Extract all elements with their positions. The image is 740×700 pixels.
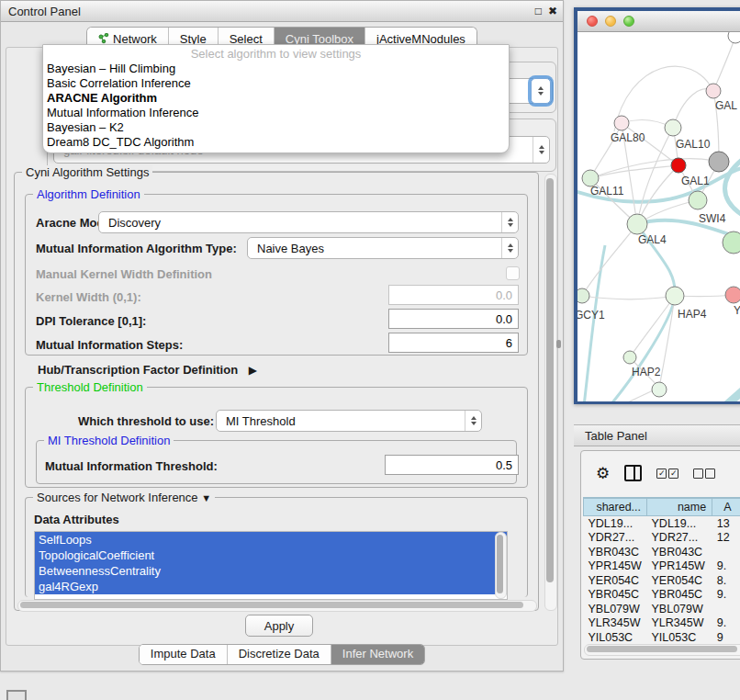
- data-attributes-list[interactable]: SelfLoops TopologicalCoefficient Between…: [34, 531, 508, 600]
- dropdown-placeholder: Select algorithm to view settings: [43, 47, 509, 62]
- scrollbar-thumb[interactable]: [546, 178, 554, 582]
- scrollbar-thumb[interactable]: [497, 535, 503, 593]
- data-attributes-label: Data Attributes: [34, 513, 119, 526]
- dropdown-item[interactable]: Mutual Information Inference: [43, 106, 509, 120]
- dropdown-item[interactable]: Basic Correlation Inference: [43, 76, 509, 91]
- up-arrow-icon: [539, 145, 544, 149]
- scrollbar-thumb[interactable]: [20, 602, 523, 608]
- table-row[interactable]: YBR043CYBR043C: [584, 545, 740, 559]
- node-mid[interactable]: [689, 191, 707, 209]
- cyni-bottom-tabbar: Impute Data Discretize Data Infer Networ…: [1, 644, 563, 665]
- node-swi4[interactable]: [723, 231, 740, 254]
- table-row[interactable]: YBL079WYBL079W: [584, 602, 740, 616]
- settings-vertical-scrollbar[interactable]: [544, 174, 557, 611]
- zoom-button[interactable]: [623, 16, 634, 27]
- tab-impute-data[interactable]: Impute Data: [140, 645, 228, 664]
- table-horizontal-scrollbar[interactable]: [584, 644, 740, 656]
- node-label: GAL80: [611, 131, 645, 144]
- network-canvas[interactable]: GAL GAL80 GAL10 GAL1 GAL11 SWI4 GAL4 GCY…: [577, 32, 740, 401]
- table-row[interactable]: YDR27...YDR27...12: [584, 531, 740, 546]
- algorithm-combo-stepper[interactable]: [531, 78, 551, 104]
- node-label: GCY1: [577, 309, 605, 322]
- close-window-icon[interactable]: ✖: [548, 6, 557, 17]
- node-salmon[interactable]: [725, 287, 740, 303]
- tab-infer-network[interactable]: Infer Network: [331, 645, 424, 664]
- minimize-button[interactable]: [605, 16, 616, 27]
- list-item[interactable]: TopologicalCoefficient: [35, 548, 507, 563]
- mi-threshold-field[interactable]: [385, 455, 519, 475]
- node-gal1-red[interactable]: [671, 158, 686, 173]
- node-label: HAP4: [678, 308, 707, 321]
- table-row[interactable]: YLR345WYLR345W9.: [584, 616, 740, 631]
- column-header[interactable]: name: [647, 498, 712, 516]
- list-item[interactable]: SelfLoops: [35, 532, 507, 548]
- table-panel-title: Table Panel: [574, 429, 647, 443]
- kernel-width-field[interactable]: [388, 285, 519, 305]
- table-row[interactable]: YDL19...YDL19...13: [584, 516, 740, 531]
- gear-icon[interactable]: ⚙: [596, 466, 610, 481]
- scrollbar-thumb[interactable]: [587, 646, 737, 652]
- collapsed-panel-button[interactable]: [6, 690, 27, 700]
- column-header[interactable]: A: [712, 498, 740, 516]
- settings-group-title: Cyni Algorithm Settings: [22, 165, 152, 179]
- network-window-titlebar: [577, 11, 740, 32]
- node-unlabeled[interactable]: [728, 32, 740, 43]
- which-threshold-label: Which threshold to use:: [78, 414, 214, 428]
- aracne-mode-combo[interactable]: Discovery: [98, 211, 519, 233]
- table-header-row: shared... name A: [584, 498, 740, 516]
- list-item[interactable]: BetweennessCentrality: [35, 563, 507, 579]
- node-label: GAL4: [638, 233, 667, 246]
- columns-icon[interactable]: [624, 465, 642, 481]
- table-row[interactable]: YPR145WYPR145W9.: [584, 559, 740, 574]
- settings-horizontal-scrollbar[interactable]: [17, 600, 537, 612]
- which-threshold-combo[interactable]: MI Threshold: [216, 410, 482, 432]
- list-vertical-scrollbar[interactable]: [495, 532, 507, 599]
- table-data-combo-stepper[interactable]: [533, 137, 549, 163]
- select-all-columns-icon[interactable]: ✓ ✓: [656, 469, 678, 479]
- table-panel-window: ⚙ ✓ ✓ shared... name A YDL19...YDL19...1…: [580, 450, 740, 660]
- panel-divider-grip[interactable]: [556, 340, 561, 348]
- node-gray[interactable]: [709, 152, 729, 172]
- mi-threshold-label: Mutual Information Threshold:: [45, 459, 218, 473]
- table-row[interactable]: YBR045CYBR045C9.: [584, 588, 740, 603]
- dropdown-item[interactable]: Bayesian – Hill Climbing: [43, 62, 509, 76]
- node-hap2[interactable]: [623, 351, 636, 364]
- table-row[interactable]: YER054CYER054C8.: [584, 573, 740, 588]
- node-gal4[interactable]: [627, 214, 647, 234]
- up-arrow-icon: [538, 86, 544, 90]
- column-header[interactable]: shared...: [584, 498, 647, 516]
- table-toolbar: ⚙ ✓ ✓: [581, 458, 740, 488]
- node-bottom[interactable]: [652, 382, 667, 397]
- node-gal10[interactable]: [665, 119, 681, 136]
- which-threshold-value: MI Threshold: [217, 414, 465, 428]
- tab-discretize-data[interactable]: Discretize Data: [228, 645, 331, 664]
- mi-type-value: Naive Bayes: [248, 242, 501, 255]
- hub-definition-expander[interactable]: Hub/Transcription Factor Definition ▶: [38, 363, 257, 377]
- checked-box-icon: ✓: [668, 469, 678, 479]
- float-window-icon[interactable]: □: [535, 6, 542, 17]
- table-row[interactable]: YIL053CYIL053C9: [584, 630, 740, 645]
- dropdown-item[interactable]: Dream8 DC_TDC Algorithm: [43, 135, 509, 150]
- node-attribute-table[interactable]: shared... name A YDL19...YDL19...13 YDR2…: [583, 497, 740, 645]
- node-gal80[interactable]: [614, 116, 629, 130]
- checked-box-icon: ✓: [656, 469, 667, 479]
- manual-kernel-checkbox[interactable]: [506, 266, 520, 280]
- dpi-tolerance-field[interactable]: [388, 309, 519, 329]
- apply-button[interactable]: Apply: [245, 615, 313, 637]
- list-item[interactable]: gal4RGexp: [35, 579, 507, 594]
- down-arrow-icon: [539, 151, 544, 154]
- close-button[interactable]: [587, 16, 598, 27]
- deselect-all-columns-icon[interactable]: [693, 469, 715, 479]
- node-gcy1[interactable]: [577, 288, 589, 303]
- aracne-mode-value: Discovery: [99, 216, 501, 230]
- dropdown-item-selected[interactable]: ARACNE Algorithm: [43, 91, 509, 106]
- dpi-tolerance-label: DPI Tolerance [0,1]:: [36, 314, 146, 328]
- node-hap4[interactable]: [666, 287, 684, 305]
- mi-type-combo[interactable]: Naive Bayes: [247, 237, 519, 259]
- node-gal-top[interactable]: [706, 84, 721, 98]
- mi-steps-field[interactable]: [388, 333, 519, 353]
- sources-group-title[interactable]: Sources for Network Inference ▼: [33, 491, 215, 504]
- dropdown-item[interactable]: Bayesian – K2: [43, 120, 509, 135]
- node-label: GAL: [715, 99, 737, 112]
- control-panel-window: Control Panel □ ✖ Network Style: [0, 0, 564, 672]
